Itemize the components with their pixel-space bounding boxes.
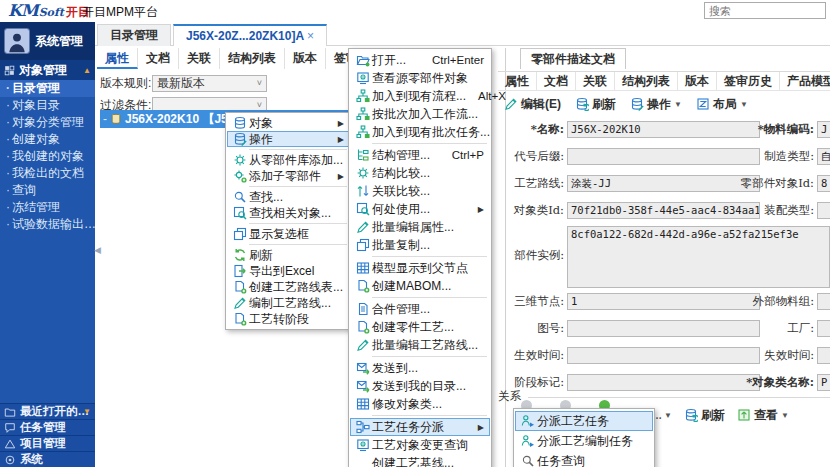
menu-item[interactable]: 按批次加入工作流... [350, 105, 490, 123]
menu-item[interactable]: 查看源零部件对象 [350, 69, 490, 87]
menu-item[interactable]: 任务查询 [515, 451, 653, 467]
user-block[interactable]: 系统管理 [0, 22, 95, 60]
menu-item[interactable]: 编制工艺路线... [227, 295, 350, 311]
field-value[interactable] [817, 320, 830, 337]
menu-item[interactable]: 导出到Excel [227, 263, 350, 279]
sidebar-item[interactable]: 目录管理 [0, 80, 95, 97]
menu-item[interactable]: 关联比较... [350, 182, 490, 200]
toolbar-button[interactable]: 刷新 [575, 96, 616, 113]
close-icon[interactable]: × [307, 29, 314, 43]
sidebar-item[interactable]: 对象目录 [0, 97, 95, 114]
panel-collapse-icon[interactable]: ◀ [94, 245, 101, 255]
left-panel-tab[interactable]: 结构列表 [220, 48, 285, 69]
menu-item[interactable]: 结构比较... [350, 164, 490, 182]
menu-item[interactable]: 创建工艺基线... [350, 454, 490, 467]
menu-item[interactable]: 查找... [227, 189, 350, 205]
menu-item[interactable]: 加入到现有批次任务... [350, 123, 490, 141]
toolbar-button[interactable]: 查看▼ [737, 407, 789, 424]
field-value[interactable] [817, 293, 830, 310]
menu-item[interactable]: 修改对象类... [350, 395, 490, 413]
menu-item[interactable]: 何处使用...▶ [350, 200, 490, 218]
grid-icon [353, 397, 372, 411]
sidebar-bottom-item[interactable]: 任务管理 [0, 419, 95, 435]
field-value[interactable]: 自 [817, 148, 830, 165]
sidebar-section-object-management[interactable]: 对象管理 ▲ [0, 60, 95, 80]
tree-expander[interactable]: - [103, 112, 107, 126]
document-tab[interactable]: J56X-20Z...20ZK10]A× [173, 24, 327, 46]
sidebar-item[interactable]: 我创建的对象 [0, 148, 95, 165]
field-value[interactable]: 8 [817, 175, 830, 192]
menu-item-label: 何处使用... [372, 201, 470, 218]
sidebar-item[interactable]: 试验数据输出… [0, 216, 95, 233]
search-input[interactable] [704, 2, 826, 19]
menu-item[interactable]: 显示复选框 [227, 226, 350, 242]
menu-item[interactable]: 加入到现有流程...Alt+X [350, 87, 490, 105]
left-panel-tab[interactable]: 关联 [179, 48, 220, 69]
field-value[interactable]: P [817, 374, 830, 391]
menu-item[interactable]: 结构管理...Ctrl+P [350, 146, 490, 164]
menu-item[interactable]: 工艺转阶段 [227, 311, 350, 327]
document-tab[interactable]: 目录管理 [97, 24, 171, 46]
left-panel-tab[interactable]: 属性 [97, 48, 138, 69]
menu-item[interactable]: 刷新 [227, 247, 350, 263]
sidebar-bottom-item[interactable]: 系统 [0, 451, 95, 467]
menu-item[interactable]: 创建零件工艺... [350, 318, 490, 336]
menu-item[interactable]: 分派工艺任务 [515, 411, 653, 431]
menu-item[interactable]: 批量编辑工艺路线... [350, 336, 490, 354]
chevron-up-icon[interactable]: ▲ [83, 66, 91, 75]
right-panel-tab[interactable]: 版本 [678, 72, 717, 90]
right-panel-tab[interactable]: 关联 [576, 72, 615, 90]
menu-item[interactable]: 工艺任务分派▶ [350, 418, 490, 436]
field-label: 工艺路线: [492, 176, 564, 191]
version-rule-select[interactable]: 最新版本 ˅ [152, 75, 267, 92]
app-title: 开目MPM平台 [82, 4, 158, 21]
menu-item[interactable]: 合件管理... [350, 300, 490, 318]
menu-item[interactable]: 从零部件库添加... [227, 152, 350, 168]
menu-item-label: 创建工艺路线表... [249, 279, 344, 296]
right-panel-tab[interactable]: 结构列表 [615, 72, 678, 90]
left-panel-tab[interactable]: 版本 [285, 48, 326, 69]
right-panel-tab[interactable]: 产品模型 [780, 72, 830, 90]
open-icon [353, 53, 372, 67]
menu-item[interactable]: 模型显示到父节点 [350, 259, 490, 277]
field-value[interactable] [817, 202, 830, 219]
menu-item[interactable]: 分派工艺编制任务 [515, 431, 653, 451]
part-instance-field[interactable]: 8cf0a122-682d-442d-a96e-a52fa215ef3e [567, 226, 830, 288]
menu-item[interactable]: 批量复制... [350, 236, 490, 254]
menu-item[interactable]: 工艺对象变更查询 [350, 436, 490, 454]
menu-item[interactable]: 查找相关对象... [227, 205, 350, 221]
toolbar-button[interactable]: 刷新 [684, 407, 725, 424]
sidebar-bottom-item[interactable]: 项目管理 [0, 435, 95, 451]
menu-item[interactable]: 对象▶ [227, 115, 350, 131]
sidebar-item[interactable]: 创建对象 [0, 131, 95, 148]
menu-item[interactable]: 发送到我的目录... [350, 377, 490, 395]
field-label: 制造类型: [724, 149, 814, 164]
chevron-down-icon[interactable]: ▼ [83, 407, 91, 416]
tab-part-description-doc[interactable]: 零部件描述文档 [520, 48, 626, 69]
right-panel-tab[interactable]: 文档 [537, 72, 576, 90]
menu-item[interactable]: 创建工艺路线表... [227, 279, 350, 295]
sidebar-item[interactable]: 对象分类管理 [0, 114, 95, 131]
right-panel-tab[interactable]: 属性 [498, 72, 537, 90]
field-value[interactable] [817, 347, 830, 364]
field-label: 对象类Id: [492, 203, 564, 218]
sidebar-item[interactable]: 查询 [0, 182, 95, 199]
menu-item[interactable]: 批量编辑属性... [350, 218, 490, 236]
toolbar-button[interactable]: 操作▼ [630, 96, 682, 113]
menu-item[interactable]: 发送到... [350, 359, 490, 377]
toolbar-button[interactable]: 布局▼ [696, 96, 748, 113]
menu-item[interactable]: 添加子零部件▶ [227, 168, 350, 184]
right-panel-tab[interactable]: 签审历史 [717, 72, 780, 90]
field-value[interactable]: J [817, 121, 830, 138]
menu-item[interactable]: 打开...Ctrl+Enter [350, 51, 490, 69]
left-panel-tab[interactable]: 文档 [138, 48, 179, 69]
org-icon [353, 420, 372, 434]
toolbar-button[interactable]: 编辑(E) [504, 96, 561, 113]
menu-item[interactable]: 操作▶ [227, 131, 350, 147]
menu-item[interactable]: 创建MABOM... [350, 277, 490, 295]
sidebar-item[interactable]: 我检出的文档 [0, 165, 95, 182]
sidebar-item[interactable]: 冻结管理 [0, 199, 95, 216]
submenu-arrow-icon: ▶ [338, 172, 344, 181]
sidebar-bottom-item[interactable]: 最近打开的…▼ [0, 403, 95, 419]
menu-separator [249, 149, 347, 150]
